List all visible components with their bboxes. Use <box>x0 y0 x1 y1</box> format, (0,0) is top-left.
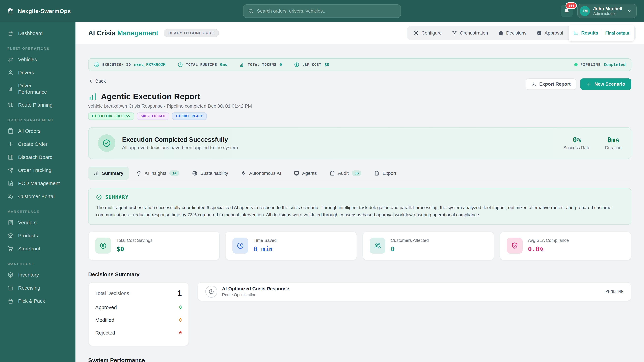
system-performance-heading: System Performance <box>88 357 631 362</box>
users-icon <box>8 193 14 200</box>
chart-axis-icon <box>573 30 578 36</box>
tab-audit[interactable]: Audit 56 <box>324 166 367 180</box>
global-search[interactable] <box>243 4 401 18</box>
shopping-bag-logo-icon <box>7 7 14 15</box>
report-tabs: Summary AI Insights 14 Sustainability Au… <box>88 166 631 180</box>
dollar-circle-icon <box>95 238 111 254</box>
tab-ai-insights[interactable]: AI Insights 14 <box>131 166 185 180</box>
check-circle-icon <box>96 194 102 200</box>
page-header: AI Crisis Management READY TO CONFIGURE … <box>76 22 644 44</box>
chevron-left-icon <box>88 79 93 84</box>
back-link[interactable]: Back <box>88 78 106 84</box>
sidebar-section-orders: ORDER MANAGEMENT <box>8 118 68 122</box>
tab-autonomous-ai[interactable]: Autonomous AI <box>236 167 286 180</box>
report-title: Agentic Execution Report <box>101 92 200 101</box>
sidebar-item-driver-performance[interactable]: Driver Performance <box>4 79 72 98</box>
sidebar-item-pick-pack[interactable]: Pick & Pack <box>4 295 72 308</box>
cpu-icon <box>94 62 99 67</box>
llm-cost: LLM COST $0 <box>294 62 330 67</box>
decision-list-item[interactable]: AI-Optimized Crisis Response Route Optim… <box>198 282 631 301</box>
bar-chart-icon <box>239 62 245 67</box>
monitor-icon <box>294 171 299 176</box>
basket-icon <box>8 298 14 304</box>
clipboard-icon <box>330 171 335 176</box>
check-circle-icon <box>536 30 542 36</box>
sidebar-item-pod-management[interactable]: POD Management <box>4 177 72 190</box>
tab-agents[interactable]: Agents <box>288 167 322 180</box>
sidebar-item-route-planning[interactable]: Route Planning <box>4 98 72 111</box>
tab-sustainability[interactable]: Sustainability <box>187 167 234 180</box>
sidebar-item-vehicles[interactable]: Vehicles <box>4 53 72 66</box>
sidebar: Dashboard FLEET OPERATIONS Vehicles Driv… <box>0 22 76 362</box>
chevron-down-icon <box>627 8 632 14</box>
search-input[interactable] <box>257 8 396 14</box>
pipeline-status: PIPELINE Completed <box>574 62 626 67</box>
sidebar-item-all-orders[interactable]: All Orders <box>4 124 72 138</box>
metric-time-saved: Time Saved 0 min <box>226 231 357 260</box>
step-configure[interactable]: Configure <box>408 30 446 36</box>
success-rate-stat: 0% Success Rate <box>563 136 590 150</box>
globe-icon <box>192 171 198 176</box>
sidebar-item-dashboard[interactable]: Dashboard <box>4 27 72 40</box>
plus-icon <box>8 141 14 147</box>
download-icon <box>531 82 536 87</box>
building-icon <box>8 219 14 226</box>
badge-export-ready: EXPORT READY <box>172 112 206 120</box>
package-icon <box>8 232 14 239</box>
step-decisions[interactable]: Decisions <box>494 30 531 36</box>
step-results-active[interactable]: Results Final output <box>568 25 634 41</box>
transfer-arrows-icon <box>8 56 14 63</box>
clock-icon <box>205 286 217 298</box>
brain-icon <box>498 30 504 36</box>
file-text-icon <box>8 180 14 187</box>
banner-title: Execution Completed Successfully <box>122 136 238 143</box>
sidebar-item-create-order[interactable]: Create Order <box>4 138 72 151</box>
summary-panel: SUMMARY The multi-agent orchestration su… <box>88 188 631 225</box>
user-menu[interactable]: JM John Mitchell Administrator <box>578 4 636 18</box>
plus-icon <box>586 82 591 87</box>
cube-icon <box>8 272 14 278</box>
check-circle-icon <box>98 134 116 152</box>
export-report-button[interactable]: Export Report <box>526 78 576 90</box>
status-badge: READY TO CONFIGURE <box>164 29 219 37</box>
sidebar-item-drivers[interactable]: Drivers <box>4 66 72 79</box>
decisions-totals-card: Total Decisions 1 Approved 0 Modified 0 … <box>88 282 189 346</box>
sidebar-item-customer-portal[interactable]: Customer Portal <box>4 190 72 203</box>
divider <box>602 29 602 37</box>
brand[interactable]: Nexgile-SwarmOps <box>0 7 76 15</box>
sidebar-item-receiving[interactable]: Receiving <box>4 281 72 295</box>
step-approval[interactable]: Approval <box>532 30 568 36</box>
clipboard-icon <box>8 128 14 134</box>
modified-row: Modified 0 <box>95 317 182 323</box>
final-output-label: Final output <box>605 31 629 35</box>
shield-check-icon <box>507 238 522 254</box>
sidebar-section-fleet: FLEET OPERATIONS <box>8 46 68 51</box>
new-scenario-button[interactable]: New Scenario <box>580 78 631 90</box>
zap-icon <box>241 171 246 176</box>
workflow-icon <box>452 30 457 36</box>
sidebar-section-marketplace: MARKETPLACE <box>8 210 68 214</box>
step-orchestration[interactable]: Orchestration <box>447 30 493 36</box>
decision-status: PENDING <box>606 289 624 294</box>
summary-body: The multi-agent orchestration successful… <box>96 204 619 218</box>
search-icon <box>248 8 254 14</box>
execution-id: EXECUTION ID exec_PX7K9Q2M <box>94 62 166 67</box>
success-banner: Execution Completed Successfully All app… <box>88 127 631 159</box>
sidebar-item-inventory[interactable]: Inventory <box>4 268 72 281</box>
sidebar-item-vendors[interactable]: Vendors <box>4 216 72 229</box>
bar-chart-icon <box>94 171 99 176</box>
notifications-button[interactable]: 144 <box>561 5 573 17</box>
user-name: John Mitchell <box>593 6 622 11</box>
sidebar-item-storefront[interactable]: Storefront <box>4 242 72 255</box>
sidebar-item-products[interactable]: Products <box>4 229 72 242</box>
users-icon <box>370 238 386 254</box>
tab-export[interactable]: Export <box>369 167 402 180</box>
summary-heading: SUMMARY <box>105 194 129 200</box>
tab-badge: 14 <box>170 170 179 176</box>
sidebar-item-order-tracking[interactable]: Order Tracking <box>4 164 72 177</box>
badge-execution-success: EXECUTION SUCCESS <box>88 112 134 120</box>
sidebar-item-dispatch-board[interactable]: Dispatch Board <box>4 151 72 164</box>
gear-icon <box>413 30 418 36</box>
total-runtime: TOTAL RUNTIME 0ms <box>178 62 228 67</box>
tab-summary[interactable]: Summary <box>88 167 129 180</box>
